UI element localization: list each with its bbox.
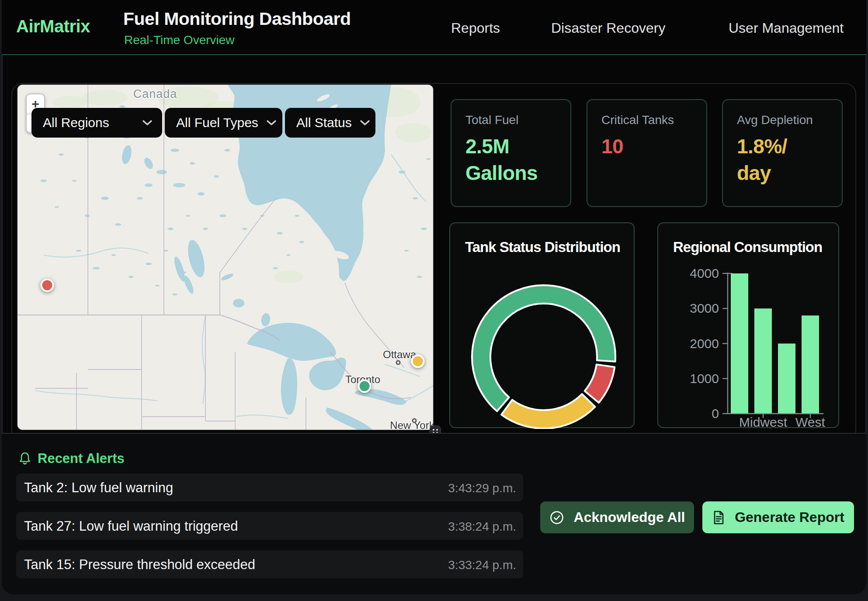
bar-west xyxy=(802,315,819,413)
alert-message: Tank 27: Low fuel warning triggered xyxy=(24,518,238,534)
alert-row[interactable]: Tank 27: Low fuel warning triggered3:38:… xyxy=(16,512,523,540)
nav-item-disaster-recovery[interactable]: Disaster Recovery xyxy=(551,20,665,36)
button-label: Generate Report xyxy=(735,509,844,525)
tank-marker-warning[interactable] xyxy=(411,355,425,368)
bar-northeast xyxy=(731,273,748,413)
regional-consumption-bar-chart: 01000200030004000MidwestWest xyxy=(658,223,840,429)
bell-icon xyxy=(18,451,31,465)
fuel-monitoring-dashboard: AirMatrix Fuel Monitoring Dashboard Real… xyxy=(0,0,868,601)
page-subtitle: Real-Time Overview xyxy=(124,33,235,47)
status-filter-dropdown[interactable]: All Status xyxy=(285,108,375,138)
bar-y-tick-label: 0 xyxy=(712,406,719,421)
alerts-heading: Recent Alerts xyxy=(38,451,125,466)
button-label: Acknowledge All xyxy=(574,509,685,525)
chevron-down-icon xyxy=(266,120,277,126)
alert-message: Tank 2: Low fuel warning xyxy=(24,480,173,496)
tank-status-chart-card: Tank Status Distribution xyxy=(449,222,635,428)
stat-label: Critical Tanks xyxy=(601,113,698,127)
regional-consumption-chart-card: Regional Consumption 01000200030004000Mi… xyxy=(657,222,839,428)
brand-logo: AirMatrix xyxy=(16,17,90,36)
stat-value: 2.5M Gallons xyxy=(465,133,562,187)
status-filter-value: All Status xyxy=(296,115,352,130)
header: AirMatrix Fuel Monitoring Dashboard Real… xyxy=(2,0,866,55)
stat-label: Avg Depletion xyxy=(737,113,833,127)
generate-report-button[interactable]: Generate Report xyxy=(702,501,854,533)
chevron-down-icon xyxy=(360,120,370,126)
bar-south xyxy=(778,344,795,414)
bar-y-tick-label: 2000 xyxy=(690,336,719,351)
city-dot-ottawa xyxy=(396,360,401,365)
donut-segment-critical xyxy=(585,364,615,403)
alert-timestamp: 3:43:29 p.m. xyxy=(448,481,516,495)
stat-label: Total Fuel xyxy=(465,113,562,127)
stat-card-avg-depletion: Avg Depletion 1.8%/day xyxy=(722,99,843,207)
map-filters: All Regions All Fuel Types All Status xyxy=(31,108,375,138)
tank-status-donut-chart xyxy=(450,223,635,429)
stat-card-total-fuel: Total Fuel 2.5M Gallons xyxy=(451,99,571,207)
tank-marker-normal[interactable] xyxy=(358,380,372,393)
chevron-down-icon xyxy=(142,120,153,126)
bar-x-tick-label: Midwest xyxy=(739,415,788,429)
acknowledge-all-button[interactable]: Acknowledge All xyxy=(540,501,694,533)
tank-marker-critical[interactable] xyxy=(41,279,54,292)
fuel-type-filter-dropdown[interactable]: All Fuel Types xyxy=(165,108,282,138)
page-title: Fuel Monitoring Dashboard xyxy=(123,9,351,29)
alert-timestamp: 3:38:24 p.m. xyxy=(448,520,516,534)
stat-value: 10 xyxy=(601,133,698,160)
bar-y-tick-label: 4000 xyxy=(690,266,719,280)
fuel-map[interactable]: CanadaOttawaTorontoNew York + − All Regi… xyxy=(17,84,434,431)
bar-y-tick-label: 3000 xyxy=(690,301,719,315)
fuel-type-filter-value: All Fuel Types xyxy=(176,115,258,130)
nav-item-user-management[interactable]: User Management xyxy=(729,20,844,36)
region-filter-value: All Regions xyxy=(43,115,109,130)
region-filter-dropdown[interactable]: All Regions xyxy=(31,108,162,138)
alert-row[interactable]: Tank 15: Pressure threshold exceeded3:33… xyxy=(16,550,523,578)
donut-segment-warning xyxy=(501,394,595,428)
stat-value: 1.8%/day xyxy=(737,133,816,187)
alert-message: Tank 15: Pressure threshold exceeded xyxy=(24,557,255,573)
bar-midwest xyxy=(754,308,772,413)
recent-alerts-panel: Recent Alerts Tank 2: Low fuel warning3:… xyxy=(2,433,866,594)
nav-item-reports[interactable]: Reports xyxy=(451,20,500,36)
alert-timestamp: 3:33:24 p.m. xyxy=(448,558,516,572)
alert-row[interactable]: Tank 2: Low fuel warning3:43:29 p.m. xyxy=(16,473,523,501)
stat-card-critical-tanks: Critical Tanks 10 xyxy=(587,99,707,207)
file-text-icon xyxy=(712,510,725,525)
map-label-canada: Canada xyxy=(133,87,177,101)
check-circle-icon xyxy=(549,510,564,525)
bar-x-tick-label: West xyxy=(795,415,825,429)
bar-y-tick-label: 1000 xyxy=(690,371,719,386)
city-dot-new-york xyxy=(412,418,417,423)
